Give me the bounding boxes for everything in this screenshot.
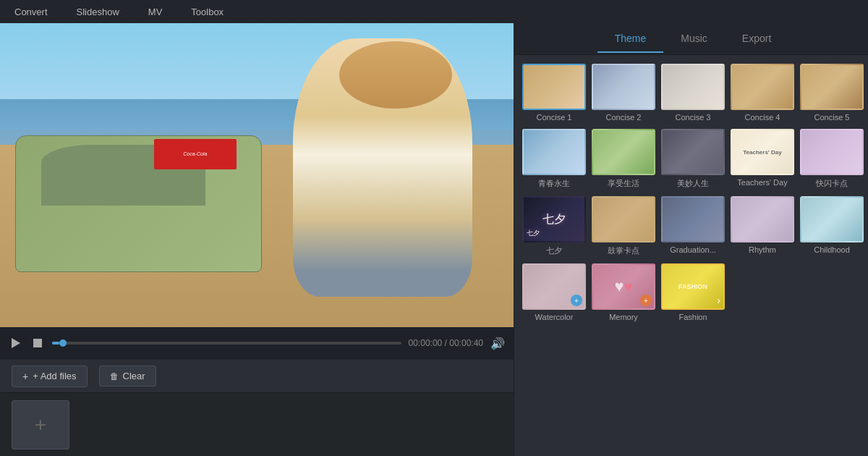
theme-thumb-qixi: 七夕 — [522, 196, 586, 242]
top-bar: Convert Slideshow MV Toolbox — [0, 0, 868, 23]
theme-xiangshou[interactable]: 享受生活 — [591, 129, 656, 189]
add-files-label: + Add files — [33, 371, 76, 381]
theme-thumb-watercolor: + — [522, 263, 586, 310]
theme-label-concise5: Concise 5 — [814, 113, 850, 122]
theme-label-teachers: Teachers' Day — [737, 178, 787, 187]
theme-watercolor[interactable]: + Watercolor — [522, 263, 587, 321]
right-panel: Theme Music Export Concise 1 Concise 2 — [514, 23, 868, 456]
theme-label-rhythm: Rhythm — [749, 245, 776, 254]
theme-label-miaomao: 美妙人生 — [677, 178, 709, 189]
time-display: 00:00:00 / 00:00:40 — [409, 338, 483, 348]
video-container: Coca-Cola — [0, 23, 514, 327]
theme-concise1[interactable]: Concise 1 — [522, 64, 587, 122]
theme-label-kuashan: 快闪卡点 — [816, 178, 848, 189]
clear-label: Clear — [123, 371, 145, 381]
timeline-add-clip[interactable]: + — [12, 400, 69, 449]
theme-graduation[interactable]: Graduation... — [660, 196, 726, 256]
main-area: Coca-Cola 00:00:00 / 00:00:40 🔊 — [0, 23, 868, 456]
theme-rhythm[interactable]: Rhythm — [730, 196, 795, 256]
files-bar: + + Add files 🗑 Clear — [0, 359, 514, 392]
theme-label-qixi: 七夕 — [546, 245, 562, 256]
tab-theme[interactable]: Theme — [597, 25, 664, 53]
theme-thumb-concise4 — [731, 64, 794, 110]
theme-teachers[interactable]: Teachers' Day Teachers' Day — [730, 129, 795, 189]
timeline-area: + — [0, 392, 514, 456]
video-panel: Coca-Cola 00:00:00 / 00:00:40 🔊 — [0, 23, 514, 456]
volume-icon[interactable]: 🔊 — [490, 337, 505, 350]
theme-row-2: 青春永生 享受生活 美妙人生 Teachers' Day — [522, 129, 864, 189]
fashion-arrow-icon: › — [717, 295, 720, 306]
theme-label-xiangshou: 享受生活 — [608, 178, 639, 189]
stop-button[interactable] — [30, 336, 45, 350]
theme-label-concise1: Concise 1 — [537, 113, 572, 122]
theme-row-1: Concise 1 Concise 2 Concise 3 — [522, 64, 864, 122]
theme-qixi[interactable]: 七夕 七夕 — [522, 196, 587, 256]
theme-concise3[interactable]: Concise 3 — [660, 64, 726, 122]
theme-thumb-fashion: FASHION › — [661, 263, 725, 310]
plus-icon: + — [22, 371, 28, 382]
theme-thumb-concise1 — [522, 64, 586, 110]
add-files-button[interactable]: + + Add files — [12, 366, 88, 387]
theme-label-graduation: Graduation... — [670, 245, 716, 254]
theme-label-childhood: Childhood — [814, 245, 850, 254]
theme-label-memory: Memory — [609, 313, 638, 321]
nav-toolbox[interactable]: Toolbox — [191, 7, 224, 17]
theme-thumb-qingchun — [522, 129, 586, 175]
theme-label-watercolor: Watercolor — [535, 313, 574, 321]
theme-thumb-xiangshou — [592, 129, 655, 175]
video-scene: Coca-Cola — [0, 23, 514, 327]
theme-thumb-guangmai — [592, 196, 655, 242]
theme-thumb-kuashan — [800, 129, 864, 175]
theme-grid: Concise 1 Concise 2 Concise 3 — [514, 55, 868, 456]
theme-thumb-concise5 — [800, 64, 864, 110]
theme-concise4[interactable]: Concise 4 — [730, 64, 795, 122]
theme-thumb-rhythm — [731, 196, 794, 242]
theme-guangmai[interactable]: 鼓掌卡点 — [591, 196, 656, 256]
theme-memory[interactable]: ♥ + Memory — [591, 263, 656, 321]
nav-mv[interactable]: MV — [148, 7, 163, 17]
theme-concise5[interactable]: Concise 5 — [799, 64, 864, 122]
theme-label-concise2: Concise 2 — [606, 113, 642, 122]
trash-icon: 🗑 — [110, 371, 119, 381]
play-button[interactable] — [9, 336, 23, 350]
theme-thumb-miaomao — [661, 129, 725, 175]
theme-row-3: 七夕 七夕 鼓掌卡点 Graduation... — [522, 196, 864, 256]
theme-childhood[interactable]: Childhood — [799, 196, 864, 256]
controls-bar: 00:00:00 / 00:00:40 🔊 — [0, 327, 514, 359]
progress-bar[interactable] — [52, 342, 401, 345]
progress-dot — [59, 339, 67, 347]
clear-button[interactable]: 🗑 Clear — [99, 366, 156, 387]
theme-thumb-memory: ♥ + — [592, 263, 655, 310]
plus-icon: + — [35, 413, 46, 436]
theme-qingchun[interactable]: 青春永生 — [522, 129, 587, 189]
theme-label-qingchun: 青春永生 — [538, 178, 570, 189]
theme-kuashan[interactable]: 快闪卡点 — [799, 129, 864, 189]
theme-thumb-concise2 — [592, 64, 655, 110]
theme-label-guangmai: 鼓掌卡点 — [608, 245, 639, 256]
theme-thumb-childhood — [800, 196, 864, 242]
theme-thumb-concise3 — [661, 64, 725, 110]
theme-row-4: + Watercolor ♥ + Memory FASHION › — [522, 263, 864, 321]
theme-concise2[interactable]: Concise 2 — [591, 64, 656, 122]
theme-fashion[interactable]: FASHION › Fashion — [660, 263, 726, 321]
memory-badge: + — [640, 295, 652, 306]
watercolor-badge: + — [571, 295, 582, 306]
nav-convert[interactable]: Convert — [14, 7, 48, 17]
nav-slideshow[interactable]: Slideshow — [77, 7, 119, 17]
tabs-row: Theme Music Export — [514, 23, 868, 55]
tab-export[interactable]: Export — [725, 25, 788, 53]
tab-music[interactable]: Music — [663, 25, 725, 53]
theme-thumb-graduation — [661, 196, 725, 242]
theme-label-concise3: Concise 3 — [676, 113, 711, 122]
theme-thumb-teachers: Teachers' Day — [731, 129, 794, 175]
progress-fill — [52, 342, 59, 345]
theme-label-fashion: Fashion — [678, 313, 707, 321]
theme-miaomao[interactable]: 美妙人生 — [660, 129, 726, 189]
theme-label-concise4: Concise 4 — [745, 113, 780, 122]
